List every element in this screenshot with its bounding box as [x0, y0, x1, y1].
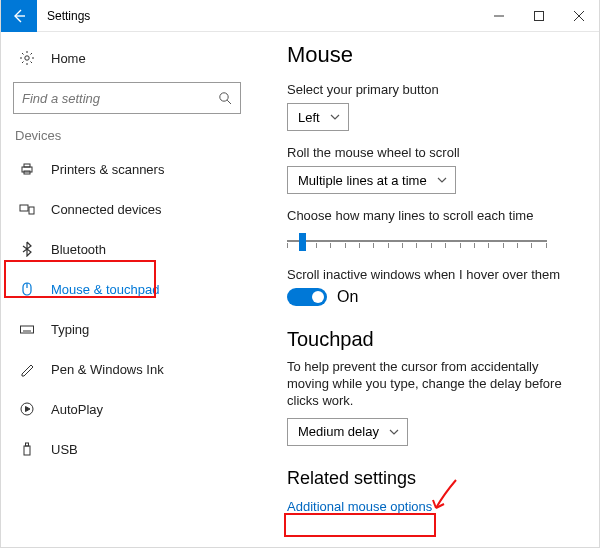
primary-button-value: Left [298, 110, 320, 125]
wheel-select[interactable]: Multiple lines at a time [287, 166, 456, 194]
sidebar-item-label: Printers & scanners [51, 162, 164, 177]
inactive-toggle[interactable] [287, 288, 327, 306]
svg-rect-23 [21, 326, 34, 333]
search-icon [218, 91, 232, 105]
primary-button-label: Select your primary button [287, 82, 579, 97]
sidebar-group-label: Devices [1, 122, 257, 149]
close-button[interactable] [559, 0, 599, 32]
app-title: Settings [37, 9, 479, 23]
sidebar-item-label: USB [51, 442, 78, 457]
sidebar-item-label: Typing [51, 322, 89, 337]
sidebar-item-connected[interactable]: Connected devices [1, 189, 257, 229]
arrow-left-icon [11, 8, 27, 24]
bluetooth-icon [17, 241, 37, 257]
gear-icon [17, 50, 37, 66]
lines-slider[interactable] [287, 229, 547, 253]
minimize-button[interactable] [479, 0, 519, 32]
minimize-icon [494, 11, 504, 21]
svg-rect-2 [535, 11, 544, 20]
sidebar-item-label: Pen & Windows Ink [51, 362, 164, 377]
primary-button-select[interactable]: Left [287, 103, 349, 131]
keyboard-icon [17, 321, 37, 337]
close-icon [574, 11, 584, 21]
svg-rect-17 [24, 164, 30, 167]
touchpad-delay-value: Medium delay [298, 424, 379, 439]
maximize-icon [534, 11, 544, 21]
touchpad-delay-select[interactable]: Medium delay [287, 418, 408, 446]
svg-line-11 [31, 62, 33, 64]
search-input[interactable] [13, 82, 241, 114]
sidebar-item-pen[interactable]: Pen & Windows Ink [1, 349, 257, 389]
related-heading: Related settings [287, 468, 579, 489]
svg-point-5 [25, 56, 29, 60]
svg-rect-20 [29, 207, 34, 214]
svg-rect-28 [26, 443, 29, 446]
back-button[interactable] [1, 0, 37, 32]
search-input-field[interactable] [22, 91, 218, 106]
mouse-icon [17, 281, 37, 297]
slider-thumb[interactable] [299, 233, 306, 251]
slider-ticks [287, 243, 547, 249]
printer-icon [17, 161, 37, 177]
touchpad-heading: Touchpad [287, 328, 579, 351]
sidebar-item-label: Bluetooth [51, 242, 106, 257]
sidebar-item-autoplay[interactable]: AutoPlay [1, 389, 257, 429]
autoplay-icon [17, 401, 37, 417]
main-content: Mouse Select your primary button Left Ro… [257, 32, 599, 547]
chevron-down-icon [437, 175, 447, 185]
mouse-heading: Mouse [287, 42, 579, 68]
sidebar-item-printers[interactable]: Printers & scanners [1, 149, 257, 189]
svg-rect-27 [24, 446, 30, 455]
svg-line-12 [22, 62, 24, 64]
pen-icon [17, 361, 37, 377]
devices-icon [17, 201, 37, 217]
inactive-value: On [337, 288, 358, 306]
svg-line-15 [227, 100, 231, 104]
maximize-button[interactable] [519, 0, 559, 32]
usb-icon [17, 441, 37, 457]
sidebar-home[interactable]: Home [1, 38, 257, 78]
sidebar-item-label: AutoPlay [51, 402, 103, 417]
touchpad-help: To help prevent the cursor from accident… [287, 359, 579, 410]
sidebar-item-typing[interactable]: Typing [1, 309, 257, 349]
sidebar-item-bluetooth[interactable]: Bluetooth [1, 229, 257, 269]
lines-label: Choose how many lines to scroll each tim… [287, 208, 579, 223]
sidebar-item-usb[interactable]: USB [1, 429, 257, 469]
wheel-value: Multiple lines at a time [298, 173, 427, 188]
svg-rect-19 [20, 205, 28, 211]
sidebar-item-label: Connected devices [51, 202, 162, 217]
slider-track [287, 240, 547, 242]
sidebar-home-label: Home [51, 51, 86, 66]
chevron-down-icon [330, 112, 340, 122]
additional-mouse-options-link[interactable]: Additional mouse options [287, 499, 432, 514]
svg-line-13 [31, 53, 33, 55]
sidebar: Home Devices Printers & scanners Connect… [1, 32, 257, 547]
sidebar-item-label: Mouse & touchpad [51, 282, 159, 297]
svg-line-10 [22, 53, 24, 55]
inactive-label: Scroll inactive windows when I hover ove… [287, 267, 579, 282]
svg-point-14 [220, 93, 228, 101]
sidebar-item-mouse[interactable]: Mouse & touchpad [1, 269, 257, 309]
chevron-down-icon [389, 427, 399, 437]
wheel-label: Roll the mouse wheel to scroll [287, 145, 579, 160]
